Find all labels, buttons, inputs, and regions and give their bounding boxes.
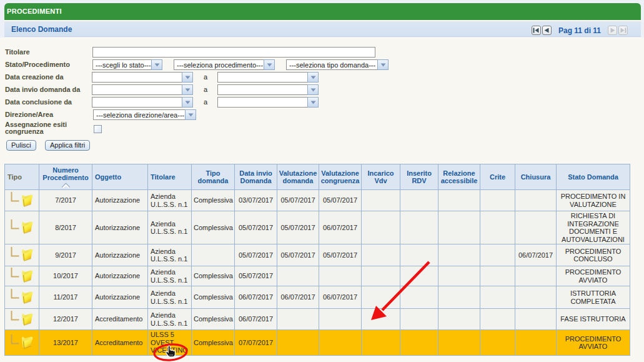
direzione-combo-input[interactable] — [93, 109, 185, 120]
chevron-down-icon — [310, 88, 316, 92]
folder-icon — [21, 194, 34, 207]
column-header-label: Tipo — [7, 173, 22, 181]
titolare-label: Titolare — [5, 47, 30, 58]
column-header-tipo-domanda[interactable]: Tipo domanda — [192, 164, 235, 190]
folder-icon — [21, 270, 34, 283]
table-row-10-2017[interactable]: 10/2017AutorizzazioneAzienda U.L.S.S. n.… — [5, 266, 630, 286]
table-row-11-2017[interactable]: 11/2017AutorizzazioneAzienda U.L.S.S. n.… — [5, 286, 630, 309]
column-header-oggetto[interactable]: Oggetto — [92, 164, 148, 190]
tree-elbow-icon — [11, 247, 19, 258]
titolare-input[interactable] — [92, 47, 375, 58]
column-header-titolare[interactable]: Titolare — [148, 164, 192, 190]
data-creazione-a-input[interactable] — [217, 72, 307, 83]
chevron-down-icon — [185, 76, 191, 79]
cell-numero: 7/2017 — [39, 190, 92, 211]
cell-val-congruenza: 05/07/2017 — [319, 190, 362, 211]
cell-incarico — [362, 211, 400, 244]
cell-titolare: ULSS 5 OVEST VICENTINO — [148, 330, 192, 356]
chevron-down-icon — [185, 101, 191, 104]
cell-incarico — [362, 330, 400, 356]
column-header-label: Relazione accessibile — [441, 169, 478, 185]
pagination-first-button[interactable] — [532, 26, 541, 35]
cell-chiusura: 06/07/2017 — [515, 244, 557, 266]
column-header-incarico-vdv[interactable]: Incarico Vdv — [362, 164, 400, 190]
cell-tipo-domanda: Complessiva — [192, 286, 235, 309]
data-conclusione-da-combo — [92, 97, 193, 108]
table-row-8-2017[interactable]: 8/2017AutorizzazioneAzienda U.L.S.S. n.1… — [5, 211, 630, 244]
procedimento-combo-input[interactable] — [174, 59, 264, 70]
column-header-relazione-accessibile[interactable]: Relazione accessibile — [438, 164, 480, 190]
folder-icon — [21, 336, 34, 349]
pagination-next-button[interactable] — [608, 26, 617, 35]
column-header-numero-procedimento[interactable]: Numero Procedimento — [39, 164, 92, 190]
data-conclusione-a-input[interactable] — [217, 97, 307, 108]
first-page-icon — [533, 28, 539, 33]
column-header-inserito-rdv[interactable]: Inserito RDV — [400, 164, 438, 190]
table-row-13-2017[interactable]: 13/2017AccreditamentoULSS 5 OVEST VICENT… — [5, 330, 630, 356]
column-header-chiusura[interactable]: Chiusura — [515, 164, 557, 190]
data-invio-da-dropdown-button[interactable] — [182, 84, 193, 95]
pagination-last-button[interactable] — [618, 26, 628, 35]
column-header-stato-domanda[interactable]: Stato Domanda — [557, 164, 630, 190]
section-title: Elenco Domande — [11, 22, 72, 37]
direzione-label: Direzione/Area — [5, 109, 53, 120]
data-creazione-a-dropdown-button[interactable] — [307, 72, 319, 83]
cell-val-congruenza: 05/07/2017 — [319, 244, 362, 266]
column-header-valutazione-congruenza[interactable]: Valutazione congruenza — [319, 164, 362, 190]
chevron-down-icon — [380, 63, 386, 67]
stato-combo-input[interactable] — [92, 59, 151, 70]
procedimento-combo-dropdown-button[interactable] — [264, 59, 275, 70]
stato-combo-dropdown-button[interactable] — [151, 59, 162, 70]
data-conclusione-da-dropdown-button[interactable] — [182, 97, 193, 108]
data-conclusione-a-dropdown-button[interactable] — [307, 97, 319, 108]
folder-icon — [21, 221, 34, 234]
tree-elbow-icon — [11, 192, 19, 203]
data-invio-a-label: a — [204, 84, 207, 95]
cell-titolare: Azienda U.L.S.S. n.1 — [148, 190, 192, 211]
tree-elbow-icon — [11, 334, 19, 345]
data-invio-a-dropdown-button[interactable] — [307, 84, 319, 95]
data-creazione-da-input[interactable] — [92, 72, 182, 83]
cell-oggetto: Autorizzazione — [92, 211, 148, 244]
cell-inserito — [400, 211, 438, 244]
column-header-valutazione-domanda[interactable]: Valutazione domanda — [277, 164, 319, 190]
table-row-7-2017[interactable]: 7/2017AutorizzazioneAzienda U.L.S.S. n.1… — [5, 190, 630, 211]
data-invio-da-input[interactable] — [92, 84, 182, 95]
pulisci-button[interactable]: Pulisci — [6, 140, 36, 151]
column-header-crite[interactable]: Crite — [480, 164, 515, 190]
data-invio-a-input[interactable] — [217, 84, 307, 95]
cell-stato: FASE ISTRUTTORIA — [557, 309, 630, 330]
cell-crite — [480, 309, 515, 330]
assegnazione-checkbox[interactable] — [94, 125, 102, 133]
cell-relazione — [438, 244, 480, 266]
cell-numero: 10/2017 — [39, 266, 92, 286]
tree-elbow-icon — [11, 268, 19, 278]
tipo-icons — [11, 249, 37, 261]
data-conclusione-da-input[interactable] — [92, 97, 182, 108]
cell-titolare: Azienda U.L.S.S. n.1 — [148, 211, 192, 244]
cell-val-domanda — [277, 266, 319, 286]
tipo-icons — [11, 291, 37, 304]
table-row-12-2017[interactable]: 12/2017AccreditamentoAzienda U.L.S.S. n.… — [5, 309, 630, 330]
column-header-tipo: Tipo — [5, 164, 39, 190]
cell-chiusura — [515, 211, 557, 244]
cell-chiusura — [515, 309, 557, 330]
cell-data-invio: 03/07/2017 — [235, 190, 277, 211]
applica-filtri-button[interactable]: Applica filtri — [45, 140, 90, 151]
cell-tipo-domanda: Complessiva — [192, 211, 235, 244]
tipo-domanda-combo-dropdown-button[interactable] — [377, 59, 389, 70]
tipo-domanda-combo-input[interactable] — [286, 59, 377, 70]
cell-chiusura — [515, 266, 557, 286]
cell-titolare: Azienda U.L.S.S. n.1 — [148, 309, 192, 330]
data-creazione-da-dropdown-button[interactable] — [182, 72, 193, 83]
pagination-prev-button[interactable] — [542, 26, 552, 35]
tipo-icons — [11, 336, 37, 349]
cell-stato: PROCEDIMENTO AVVIATO — [557, 266, 630, 286]
cell-stato: RICHIESTA DI INTEGRAZIONE DOCUMENTI E AU… — [557, 211, 630, 244]
column-header-data-invio-domanda[interactable]: Data invio Domanda — [235, 164, 277, 190]
cell-crite — [480, 244, 515, 266]
cell-tipo — [5, 190, 39, 211]
direzione-combo-dropdown-button[interactable] — [185, 109, 196, 120]
data-creazione-label: Data creazione da — [5, 72, 64, 83]
table-row-9-2017[interactable]: 9/2017AutorizzazioneAzienda U.L.S.S. n.1… — [5, 244, 630, 266]
